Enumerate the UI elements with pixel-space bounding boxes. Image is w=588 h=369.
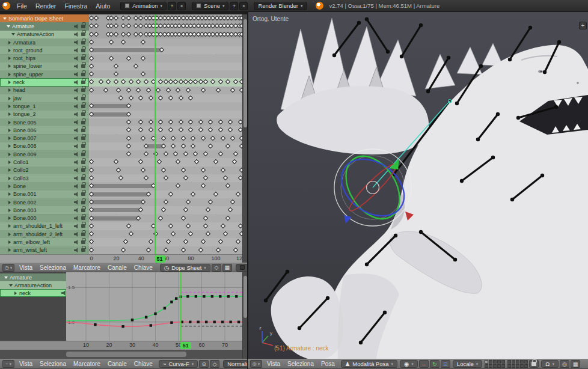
expand-arrow-icon[interactable] — [8, 144, 11, 148]
keyframe-diamond[interactable] — [183, 175, 188, 180]
keyframe-diamond[interactable] — [201, 167, 206, 172]
keyframe-diamond[interactable] — [118, 96, 123, 100]
expand-arrow-icon[interactable] — [8, 81, 11, 84]
keyframe-diamond[interactable] — [218, 151, 223, 156]
keyframe-diamond[interactable] — [221, 224, 225, 228]
mute-icon[interactable] — [74, 192, 79, 197]
layer-toggle[interactable] — [512, 364, 515, 368]
layer-toggle[interactable] — [497, 360, 501, 364]
keyframe-diamond[interactable] — [89, 87, 94, 92]
manipulator-scale-icon[interactable]: ⊡ — [441, 360, 450, 368]
keyframe-diamond[interactable] — [168, 120, 173, 124]
mute-icon[interactable] — [74, 208, 79, 213]
keyframe-diamond[interactable] — [173, 151, 178, 156]
keyframe-diamond[interactable] — [191, 135, 195, 140]
keyframe-diamond[interactable] — [126, 144, 130, 148]
mute-icon[interactable] — [74, 160, 79, 165]
menu-item-seleziona[interactable]: Seleziona — [36, 359, 70, 368]
layer-toggle[interactable] — [512, 360, 515, 364]
keyframe-diamond[interactable] — [230, 87, 235, 92]
mute-icon[interactable] — [74, 232, 79, 237]
keyframe-diamond[interactable] — [89, 79, 94, 84]
expand-arrow-icon[interactable] — [8, 216, 11, 220]
keyframe-diamond[interactable] — [218, 120, 223, 124]
keyframe-diamond[interactable] — [178, 79, 183, 84]
expand-arrow-icon[interactable] — [8, 192, 11, 196]
keyframe-diamond[interactable] — [89, 231, 94, 236]
channel-jaw[interactable]: jaw — [0, 94, 89, 102]
keyframe-diamond[interactable] — [191, 191, 195, 196]
expand-arrow-icon[interactable] — [8, 105, 11, 108]
expand-arrow-icon[interactable] — [8, 153, 11, 156]
keyframe-diamond[interactable] — [128, 79, 133, 84]
menu-item-chiave[interactable]: Chiave — [130, 359, 156, 368]
lock-icon[interactable] — [81, 88, 85, 92]
keyframe-diamond[interactable] — [126, 224, 130, 228]
current-frame-indicator[interactable]: 51 — [180, 342, 191, 349]
mute-icon[interactable] — [74, 248, 79, 252]
orientation-dropdown[interactable]: Locale ▾ — [453, 360, 483, 368]
mute-icon[interactable] — [74, 40, 79, 45]
keyframe-diamond[interactable] — [133, 23, 138, 28]
expand-arrow-icon[interactable] — [8, 160, 11, 164]
mode-dropdown[interactable]: ♟ Modalità Posa ▾ — [341, 360, 397, 368]
lock-icon[interactable] — [81, 160, 85, 164]
keyframe-diamond[interactable] — [149, 127, 153, 132]
keyframe-diamond[interactable] — [208, 120, 213, 124]
keyframe-diamond[interactable] — [173, 79, 178, 84]
keyframe-diamond[interactable] — [171, 135, 176, 140]
keyframe-diamond[interactable] — [114, 159, 118, 164]
keyframe-diamond[interactable] — [203, 79, 208, 84]
keyframe-diamond[interactable] — [203, 215, 208, 220]
keyframe-diamond[interactable] — [166, 87, 171, 92]
expand-arrow-icon[interactable] — [4, 276, 8, 279]
blender-logo-icon[interactable] — [2, 2, 10, 10]
keyframe-diamond[interactable] — [223, 175, 228, 180]
keyframe-diamond[interactable] — [126, 87, 130, 92]
menu-item-canale[interactable]: Canale — [104, 359, 130, 368]
keyframe-diamond[interactable] — [225, 144, 230, 148]
expand-arrow-icon[interactable] — [8, 209, 11, 212]
keyframe-diamond[interactable] — [161, 167, 165, 172]
layer-toggle[interactable] — [485, 364, 488, 368]
channel-bone[interactable]: Bone — [0, 182, 89, 190]
mute-icon[interactable] — [74, 240, 79, 245]
keyframe-diamond[interactable] — [158, 127, 163, 132]
lock-icon[interactable] — [81, 112, 85, 116]
keyframe-diamond[interactable] — [143, 151, 148, 156]
keyframe-diamond[interactable] — [89, 224, 94, 228]
keyframe-diamond[interactable] — [178, 120, 183, 124]
channel-root-hips[interactable]: root_hips — [0, 55, 89, 63]
keyframe-diamond[interactable] — [126, 31, 130, 36]
expand-arrow-icon[interactable] — [8, 248, 11, 252]
screen-layout-dropdown[interactable]: Animation ▾ — [120, 2, 167, 10]
mute-icon[interactable] — [74, 168, 79, 172]
channel-arm-elbow-left[interactable]: arm_elbow_left — [0, 238, 89, 246]
lock-icon[interactable] — [81, 81, 85, 84]
mute-icon[interactable] — [74, 184, 79, 189]
menu-item-marcatore[interactable]: Marcatore — [70, 263, 104, 272]
channel-bone-001[interactable]: Bone.001 — [0, 191, 89, 198]
channel-arm-shoulder-1-left[interactable]: arm_shoulder_1_left — [0, 222, 89, 230]
keyframe-diamond[interactable] — [116, 87, 121, 92]
render-opengl-icon[interactable]: ◎ — [560, 360, 569, 368]
keyframe-diamond[interactable] — [136, 87, 141, 92]
layer-toggle[interactable] — [489, 364, 492, 368]
layer-toggle[interactable] — [507, 364, 511, 368]
keyframe-diamond[interactable] — [89, 55, 94, 60]
keyframe-diamond[interactable] — [156, 87, 161, 92]
keyframe-diamond[interactable] — [233, 79, 237, 84]
keyframe-diamond[interactable] — [138, 31, 143, 36]
keyframe-diamond[interactable] — [213, 191, 218, 196]
keyframe-diamond[interactable] — [203, 151, 208, 156]
mute-icon[interactable] — [74, 56, 79, 61]
keyframe-diamond[interactable] — [138, 23, 143, 28]
lock-icon[interactable] — [81, 121, 85, 124]
layer-grid-left[interactable] — [485, 360, 505, 368]
expand-arrow-icon[interactable] — [8, 168, 11, 172]
keyframe-diamond[interactable] — [114, 16, 118, 20]
channel-sommario-dope-sheet[interactable]: Sommario Dope Sheet — [0, 14, 89, 22]
render-anim-icon[interactable]: ▦ — [571, 360, 580, 368]
keyframe-diamond[interactable] — [194, 159, 199, 164]
keyframe-diamond[interactable] — [89, 40, 94, 44]
